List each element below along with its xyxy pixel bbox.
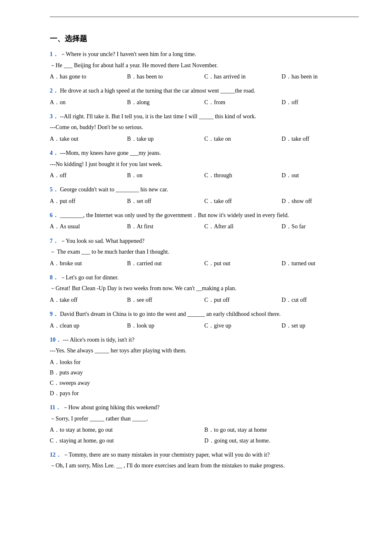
option: A．clean up — [50, 320, 127, 331]
option: D．So far — [282, 221, 359, 232]
question-text: －Sorry, I prefer _____ rather than _____… — [50, 416, 148, 422]
question-number: 9． — [50, 311, 60, 317]
option: B．set off — [127, 196, 204, 206]
question-number: 12． — [50, 452, 63, 458]
question-line: 11． －How about going hiking this weekend… — [50, 403, 359, 413]
question-number: 5． — [50, 186, 60, 193]
question-2: 2． He drove at such a high speed at the … — [50, 86, 359, 108]
option: B．take up — [127, 134, 204, 144]
option: A．put off — [50, 196, 127, 206]
option: A．has gone to — [50, 71, 127, 82]
question-5: 5． George couldn't wait to ________ his … — [50, 185, 359, 206]
question-text: －Let's go out for dinner. — [60, 274, 119, 281]
options-row: A．has gone toB．has been toC．has arrived … — [50, 71, 359, 82]
question-line: ---No kidding! I just bought it for you … — [50, 159, 359, 170]
option: D．cut off — [282, 295, 359, 305]
option: B．puts away — [50, 367, 359, 378]
question-text: David Burt's dream in China is to go int… — [60, 311, 281, 317]
options-row: A．put offB．set offC．take offD．show off — [50, 196, 359, 206]
option: C．sweeps away — [50, 378, 359, 388]
question-number: 3． — [50, 113, 60, 120]
question-number: 4． — [50, 150, 60, 156]
option: C．After all — [205, 221, 282, 232]
option: A．on — [50, 97, 127, 108]
question-text: He drove at such a high speed at the tur… — [60, 88, 256, 94]
option: B．see off — [127, 295, 204, 305]
option: B．on — [127, 170, 204, 181]
question-text: －Great! But Clean -Up Day is two weeks f… — [50, 285, 236, 291]
options-row: A．to stay at home, go outB．to go out, st… — [50, 425, 359, 445]
question-8: 8． －Let's go out for dinner.－Great! But … — [50, 273, 359, 305]
question-text: －You look so sad. What happened? — [60, 238, 145, 244]
option: A．As usual — [50, 221, 127, 232]
question-line: 9． David Burt's dream in China is to go … — [50, 309, 359, 320]
question-line: 7． －You look so sad. What happened? — [50, 236, 359, 247]
option: A．broke out — [50, 258, 127, 269]
option: C．from — [205, 97, 282, 108]
question-line: 12． －Tommy, there are so many mistakes i… — [50, 450, 359, 460]
question-number: 11． — [50, 404, 63, 411]
question-line: ---Yes. She always _____ her toys after … — [50, 346, 359, 356]
option: C．put off — [205, 295, 282, 305]
question-line: 10． --- Alice's room is tidy, isn't it? — [50, 335, 359, 345]
option: C．has arrived in — [205, 71, 282, 82]
option: D．pays for — [50, 388, 359, 399]
options-row: A．take offB．see offC．put offD．cut off — [50, 295, 359, 305]
question-number: 2． — [50, 88, 60, 94]
question-text: －How about going hiking this weekend? — [63, 404, 160, 411]
question-9: 9． David Burt's dream in China is to go … — [50, 309, 359, 331]
question-text: －Oh, I am sorry, Miss Lee. __ , I'll do … — [50, 462, 285, 469]
question-3: 3． --All right. I'll take it. But I tell… — [50, 112, 359, 144]
top-divider — [50, 17, 359, 17]
questions-container: 1． －Where is your uncle? I haven't seen … — [50, 49, 359, 471]
question-line: －Sorry, I prefer _____ rather than _____… — [50, 414, 359, 424]
option: B．has been to — [127, 71, 204, 82]
question-number: 8． — [50, 274, 60, 281]
options-row: A．broke outB．carried outC．put outD．turne… — [50, 258, 359, 269]
question-text: ---Yes. She always _____ her toys after … — [50, 347, 186, 354]
option: D．turned out — [282, 258, 359, 269]
option: A．take out — [50, 134, 127, 144]
option: B．carried out — [127, 258, 204, 269]
question-text: --All right. I'll take it. But I tell yo… — [60, 113, 256, 120]
question-12: 12． －Tommy, there are so many mistakes i… — [50, 450, 359, 471]
option: B．At first — [127, 221, 204, 232]
options-row: A．onB．alongC．fromD．off — [50, 97, 359, 108]
option: B．along — [127, 97, 204, 108]
question-4: 4． ---Mom, my knees have gone ___my jean… — [50, 148, 359, 181]
question-number: 1． — [50, 51, 60, 57]
question-number: 10． — [50, 337, 63, 343]
question-line: 8． －Let's go out for dinner. — [50, 273, 359, 283]
option: A．looks for — [50, 357, 359, 367]
options-row: A．take outB．take upC．take onD．take off — [50, 134, 359, 144]
question-line: 1． －Where is your uncle? I haven't seen … — [50, 49, 359, 60]
question-line: －Oh, I am sorry, Miss Lee. __ , I'll do … — [50, 461, 359, 471]
question-line: 3． --All right. I'll take it. But I tell… — [50, 112, 359, 122]
question-text: ---Mom, my knees have gone ___my jeans. — [60, 150, 161, 156]
question-line: 4． ---Mom, my knees have gone ___my jean… — [50, 148, 359, 159]
question-7: 7． －You look so sad. What happened?－ The… — [50, 236, 359, 269]
options-row: A．clean upB．look upC．give upD．set up — [50, 320, 359, 331]
option: D．show off — [282, 196, 359, 206]
option: B．to go out, stay at home — [205, 425, 359, 435]
question-text: － The exam ___ to be much harder than I … — [50, 249, 169, 255]
option: A．to stay at home, go out — [50, 425, 205, 435]
option: C．through — [205, 170, 282, 181]
question-text: ---No kidding! I just bought it for you … — [50, 161, 162, 167]
question-line: 2． He drove at such a high speed at the … — [50, 86, 359, 96]
option: C．take on — [205, 134, 282, 144]
question-text: George couldn't wait to ________ his new… — [60, 186, 168, 193]
option: D．off — [282, 97, 359, 108]
question-10: 10． --- Alice's room is tidy, isn't it?-… — [50, 335, 359, 399]
question-1: 1． －Where is your uncle? I haven't seen … — [50, 49, 359, 82]
question-number: 7． — [50, 238, 60, 244]
option: D．set up — [282, 320, 359, 331]
option: A．take off — [50, 295, 127, 305]
option: D．take off — [282, 134, 359, 144]
question-line: －He ___ Beijing for about half a year. H… — [50, 61, 359, 71]
option: C．staying at home, go out — [50, 435, 205, 446]
question-6: 6． ________, the Internet was only used … — [50, 210, 359, 232]
option: D．out — [282, 170, 359, 181]
question-line: 5． George couldn't wait to ________ his … — [50, 185, 359, 195]
option: D．going out, stay at home. — [205, 435, 359, 446]
